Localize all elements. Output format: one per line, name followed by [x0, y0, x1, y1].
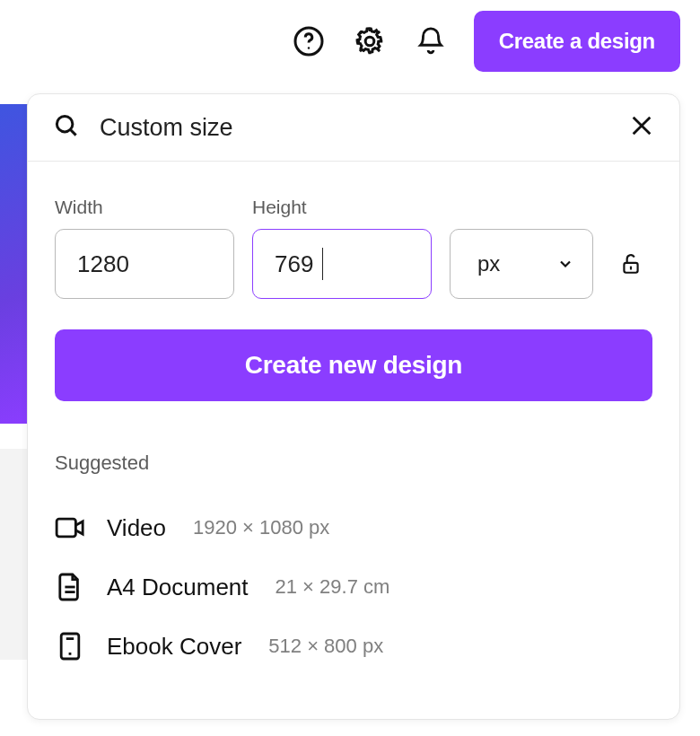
video-icon: [55, 513, 85, 543]
height-input[interactable]: [252, 229, 432, 299]
suggested-item-name: Ebook Cover: [107, 633, 241, 661]
lock-aspect-button[interactable]: [611, 229, 651, 299]
popover-title: Custom size: [100, 114, 609, 142]
text-cursor: [322, 248, 323, 280]
create-new-design-button[interactable]: Create new design: [55, 329, 652, 401]
svg-point-3: [57, 116, 73, 132]
search-icon: [53, 112, 80, 143]
close-icon: [629, 113, 654, 138]
svg-point-2: [365, 37, 374, 46]
help-icon: [293, 25, 325, 57]
suggested-heading: Suggested: [55, 451, 652, 475]
unit-select[interactable]: px: [450, 229, 593, 299]
ebook-icon: [55, 631, 85, 662]
svg-point-1: [308, 47, 310, 48]
background-gray: [0, 449, 27, 660]
suggested-item-dims: 21 × 29.7 cm: [276, 575, 390, 599]
popover-header: Custom size: [28, 94, 679, 162]
settings-button[interactable]: [352, 23, 388, 59]
suggested-item-a4-document[interactable]: A4 Document 21 × 29.7 cm: [55, 557, 652, 617]
suggested-item-name: A4 Document: [107, 574, 249, 601]
unit-value: px: [477, 251, 500, 276]
svg-rect-10: [57, 519, 75, 537]
top-bar: Create a design: [0, 0, 700, 83]
width-field: Width: [55, 197, 234, 299]
create-design-button[interactable]: Create a design: [474, 11, 680, 72]
suggested-item-dims: 512 × 800 px: [268, 635, 383, 658]
svg-line-4: [71, 130, 76, 136]
width-input[interactable]: [55, 229, 234, 299]
lock-field: [611, 188, 651, 299]
suggested-item-ebook-cover[interactable]: Ebook Cover 512 × 800 px: [55, 617, 652, 676]
notifications-button[interactable]: [413, 23, 449, 59]
document-icon: [55, 572, 85, 602]
height-field: Height: [252, 197, 432, 299]
suggested-item-video[interactable]: Video 1920 × 1080 px: [55, 498, 652, 557]
unlock-icon: [619, 252, 643, 276]
suggested-item-name: Video: [107, 514, 166, 542]
close-button[interactable]: [629, 113, 654, 142]
bell-icon: [416, 26, 446, 57]
gear-icon: [354, 25, 386, 57]
height-label: Height: [252, 197, 432, 218]
suggested-item-dims: 1920 × 1080 px: [193, 516, 329, 539]
dimension-fields: Width Height px: [55, 188, 652, 299]
suggested-section: Suggested Video 1920 × 1080 px A4 D: [28, 401, 679, 676]
width-label: Width: [55, 197, 234, 218]
popover-body: Width Height px: [28, 162, 679, 401]
unit-field: px: [450, 188, 593, 299]
help-button[interactable]: [291, 23, 327, 59]
chevron-down-icon: [556, 255, 574, 273]
custom-size-popover: Custom size Width Height: [27, 93, 680, 720]
